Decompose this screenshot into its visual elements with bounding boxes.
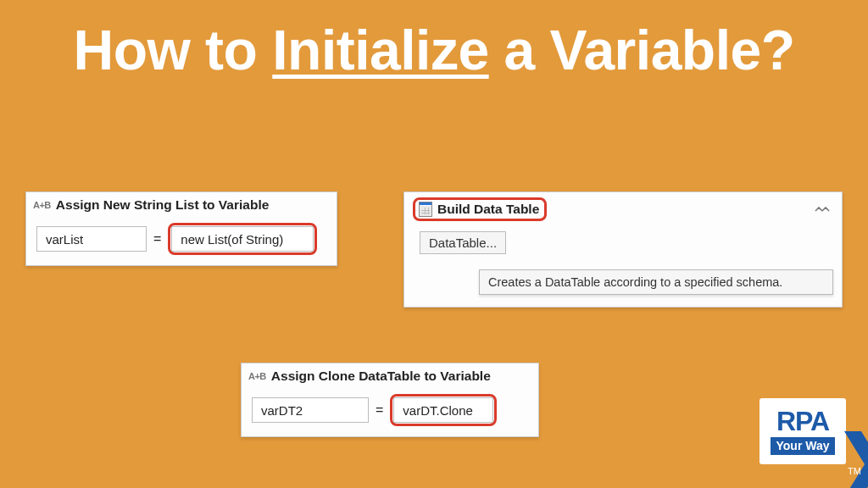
- assign-value-input[interactable]: varDT.Clone: [393, 397, 493, 423]
- equals-sign: =: [374, 402, 385, 418]
- rpa-your-way-logo: RPA Your Way: [760, 398, 844, 464]
- activity-title: Assign Clone DataTable to Variable: [271, 369, 491, 384]
- title-pre: How to: [73, 19, 272, 81]
- collapse-icon[interactable]: [815, 202, 830, 216]
- highlight-box: Build Data Table: [413, 197, 547, 221]
- logo-rpa-text: RPA: [776, 408, 829, 435]
- equals-sign: =: [152, 231, 163, 247]
- highlight-box: new List(of String): [168, 223, 317, 255]
- trademark-text: TM: [848, 466, 861, 476]
- title-underlined: Initialize: [272, 19, 488, 81]
- activity-body: varList = new List(of String): [26, 216, 337, 265]
- title-post: a Variable?: [489, 19, 795, 81]
- activity-title: Assign New String List to Variable: [56, 197, 270, 213]
- assign-icon: A+B: [248, 371, 266, 381]
- build-data-table-activity[interactable]: Build Data Table DataTable... Creates a …: [403, 191, 843, 308]
- datatable-button[interactable]: DataTable...: [420, 231, 506, 254]
- assign-row: varDT2 = varDT.Clone: [252, 394, 528, 426]
- tooltip: Creates a DataTable according to a speci…: [479, 269, 833, 295]
- activity-title: Build Data Table: [437, 202, 539, 217]
- logo-square: RPA Your Way: [760, 398, 846, 464]
- assign-activity-clone-dt[interactable]: A+B Assign Clone DataTable to Variable v…: [241, 363, 539, 437]
- assign-activity-new-list[interactable]: A+B Assign New String List to Variable v…: [25, 191, 337, 266]
- page-title: How to Initialize a Variable?: [0, 0, 868, 86]
- assign-to-input[interactable]: varList: [36, 226, 147, 252]
- activity-body: varDT2 = varDT.Clone: [242, 387, 538, 436]
- activity-header: Build Data Table: [404, 192, 842, 226]
- assign-to-input[interactable]: varDT2: [252, 397, 369, 423]
- assign-value-input[interactable]: new List(of String): [171, 226, 314, 252]
- logo-your-way-text: Your Way: [771, 437, 834, 455]
- activity-header: A+B Assign Clone DataTable to Variable: [242, 363, 538, 387]
- highlight-box: varDT.Clone: [390, 394, 497, 426]
- assign-icon: A+B: [33, 200, 51, 210]
- activity-header: A+B Assign New String List to Variable: [26, 192, 337, 216]
- datatable-icon: [419, 202, 432, 217]
- assign-row: varList = new List(of String): [36, 223, 326, 255]
